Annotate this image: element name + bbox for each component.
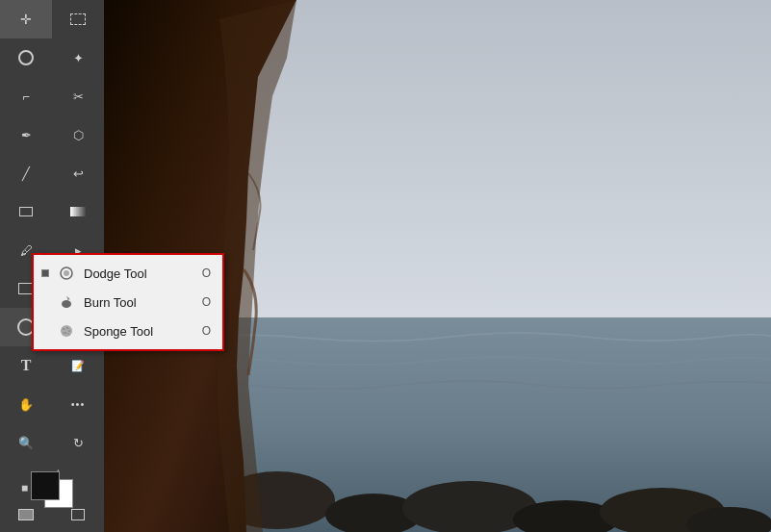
history-brush-icon: ↩	[73, 166, 84, 181]
more-tools-button[interactable]: •••	[52, 385, 104, 423]
color-swatches-area: ↕ ◼	[0, 462, 104, 497]
dodge-tool-label: Dodge Tool	[84, 266, 187, 281]
lasso-icon	[18, 50, 34, 65]
svg-point-17	[67, 333, 69, 335]
svg-point-13	[66, 327, 68, 329]
hand-tool-button[interactable]: ✋	[0, 385, 52, 423]
sponge-tool-label: Sponge Tool	[84, 324, 187, 339]
eraser-icon	[19, 207, 33, 216]
svg-point-12	[63, 328, 64, 330]
flyout-item-burn[interactable]: Burn Tool O	[34, 288, 222, 317]
slice-tool-button[interactable]: ✂	[52, 77, 104, 115]
move-icon: ✛	[20, 12, 32, 27]
magic-wand-icon: ✦	[73, 51, 84, 65]
magic-wand-button[interactable]: ✦	[52, 38, 104, 77]
selected-indicator-burn	[41, 298, 49, 306]
svg-point-10	[62, 300, 71, 308]
sponge-tool-key: O	[202, 324, 211, 338]
history-brush-button[interactable]: ↩	[52, 154, 104, 192]
burn-tool-key: O	[202, 295, 211, 309]
quick-mask-icon	[18, 509, 34, 520]
foreground-swatch[interactable]	[31, 471, 60, 500]
screen-mode-icon	[71, 509, 85, 520]
pen-icon: 🖊	[20, 243, 33, 258]
toolbar-col-left: ✛ ⌐ ✒ ╱ 🖊	[0, 0, 52, 462]
lasso-tool-button[interactable]	[0, 38, 52, 77]
clone-stamp-button[interactable]: ⬡	[52, 115, 104, 154]
hand-icon: ✋	[18, 397, 34, 412]
eyedropper-tool-button[interactable]: ✒	[0, 115, 52, 154]
crop-icon: ⌐	[22, 89, 30, 104]
move-tool-button[interactable]: ✛	[0, 0, 52, 38]
selected-indicator-sponge	[41, 327, 49, 335]
flyout-item-sponge[interactable]: Sponge Tool O	[34, 317, 222, 345]
gradient-icon	[70, 207, 86, 216]
burn-tool-label: Burn Tool	[84, 295, 187, 310]
brush-tool-button[interactable]: ╱	[0, 154, 52, 192]
svg-point-9	[64, 270, 69, 276]
crop-tool-button[interactable]: ⌐	[0, 77, 52, 115]
flyout-item-dodge[interactable]: Dodge Tool O	[34, 259, 222, 288]
text-icon: T	[21, 357, 32, 374]
notes-icon: 📝	[71, 360, 85, 372]
rotate-tool-button[interactable]: ↻	[52, 423, 104, 462]
eraser-tool-button[interactable]	[0, 192, 52, 231]
toolbar-col-right: ✦ ✂ ⬡ ↩ ▸ ◇	[52, 0, 104, 462]
dodge-tool-flyout-icon	[57, 264, 76, 283]
text-tool-button[interactable]: T	[0, 346, 52, 385]
svg-point-14	[68, 330, 70, 332]
clone-stamp-icon: ⬡	[73, 128, 84, 142]
zoom-tool-button[interactable]: 🔍	[0, 423, 52, 462]
sponge-tool-flyout-icon	[57, 321, 76, 341]
marquee-icon	[70, 13, 86, 25]
notes-tool-button[interactable]: 📝	[52, 346, 104, 385]
rotate-icon: ↻	[73, 436, 84, 450]
three-dots-icon: •••	[71, 398, 86, 410]
slice-icon: ✂	[73, 89, 84, 104]
svg-point-11	[61, 325, 72, 337]
burn-tool-flyout-icon	[57, 292, 76, 312]
reset-colors-button[interactable]: ◼	[21, 483, 28, 493]
zoom-icon: 🔍	[18, 436, 34, 450]
svg-point-16	[63, 332, 64, 334]
dodge-tool-key: O	[202, 266, 211, 280]
svg-point-15	[64, 332, 66, 334]
selected-indicator-dodge	[41, 269, 49, 277]
marquee-tool-button[interactable]	[52, 0, 104, 38]
brush-icon: ╱	[22, 166, 30, 181]
eyedropper-icon: ✒	[21, 128, 32, 142]
flyout-menu: Dodge Tool O Burn Tool O Sp	[32, 253, 224, 351]
gradient-tool-button[interactable]	[52, 192, 104, 231]
